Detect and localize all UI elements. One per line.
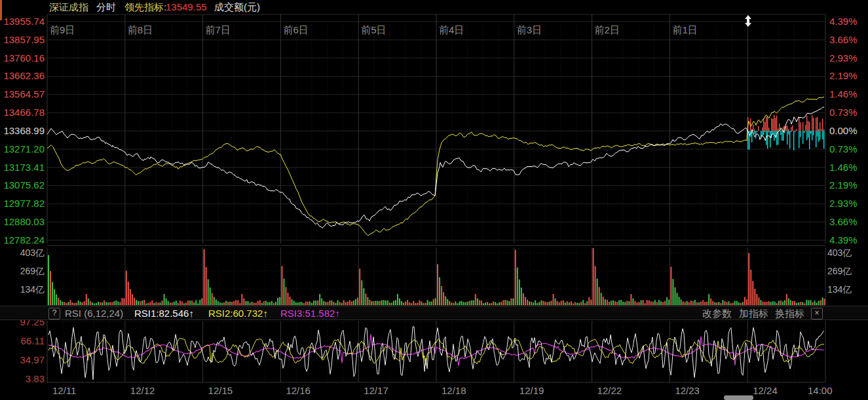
- rsi2-value: RSI2:60.732↑: [208, 308, 268, 319]
- volume-tick-left: 403亿: [0, 247, 45, 259]
- percent-tick: 3.66%: [829, 34, 858, 46]
- volume-tick-left: 269亿: [0, 265, 45, 277]
- volume-tick-right: 269亿: [827, 265, 852, 277]
- percent-tick: 4.39%: [829, 16, 858, 27]
- switch-indicator-button[interactable]: 换指标: [775, 308, 804, 319]
- add-indicator-button[interactable]: 加指标: [739, 308, 768, 319]
- date-label: 12/15: [208, 385, 233, 397]
- price-tick: 13368.99: [0, 125, 45, 137]
- day-label: 前8日: [128, 24, 153, 36]
- day-label: 前2日: [595, 24, 620, 36]
- percent-tick: 4.39%: [829, 234, 858, 246]
- time-label: 14:00: [808, 385, 833, 397]
- price-tick: 13466.78: [0, 107, 45, 118]
- date-label: 12/19: [519, 385, 544, 397]
- percent-tick: 2.19%: [829, 70, 858, 82]
- day-label: 前6日: [283, 24, 308, 36]
- view-mode-label[interactable]: 分时: [96, 1, 116, 13]
- date-label: 12/11: [52, 385, 76, 397]
- volume-tick-left: 134亿: [0, 283, 45, 295]
- resize-cursor-icon: [743, 15, 753, 27]
- percent-tick: 0.73%: [829, 107, 858, 118]
- leading-indicator-value: 13549.55: [166, 1, 207, 13]
- rsi-tick: 3.83: [0, 373, 45, 385]
- day-label: 前7日: [206, 24, 231, 36]
- price-tick: 13564.57: [0, 88, 45, 100]
- date-label: 12/16: [286, 385, 311, 397]
- rsi-tick: 34.97: [0, 354, 45, 366]
- close-indicator-button[interactable]: ×: [811, 308, 823, 319]
- price-tick: 12880.03: [0, 216, 45, 228]
- indicator-header: ? RSI (6,12,24) RSI1:82.546↑ RSI2:60.732…: [0, 306, 868, 320]
- percent-tick: 0.00%: [829, 125, 858, 137]
- rsi1-value: RSI1:82.546↑: [134, 308, 194, 319]
- percent-tick: 2.93%: [829, 52, 858, 64]
- price-tick: 13271.20: [0, 143, 45, 155]
- price-tick: 13955.74: [0, 16, 45, 27]
- percent-tick: 2.19%: [829, 179, 858, 191]
- leading-indicator-label: 领先指标:: [124, 1, 166, 13]
- rsi3-value: RSI3:51.582↑: [280, 308, 340, 319]
- grid-lines: [47, 14, 825, 382]
- price-tick: 13173.41: [0, 162, 45, 173]
- date-label: 12/22: [597, 385, 622, 397]
- change-params-button[interactable]: 改参数: [702, 308, 732, 319]
- day-label: 前3日: [517, 24, 542, 36]
- price-tick: 12977.82: [0, 198, 45, 209]
- rsi-title: RSI (6,12,24): [65, 308, 123, 319]
- date-label: 12/17: [364, 385, 388, 397]
- percent-tick: 3.66%: [829, 216, 858, 228]
- turnover-label: 成交额(元): [214, 1, 260, 13]
- percent-tick: 2.93%: [829, 198, 858, 209]
- price-tick: 13662.36: [0, 70, 45, 82]
- horizontal-scrollbar-thumb[interactable]: [724, 395, 753, 400]
- volume-tick-right: 403亿: [827, 247, 852, 259]
- day-label: 前1日: [672, 24, 697, 36]
- day-label: 前4日: [439, 24, 464, 36]
- date-label: 12/12: [130, 385, 155, 397]
- price-tick: 12782.24: [0, 234, 45, 246]
- volume-tick-right: 134亿: [827, 283, 852, 295]
- price-tick: 13760.16: [0, 52, 45, 64]
- date-label: 12/23: [675, 385, 700, 397]
- day-label: 前9日: [50, 24, 75, 36]
- percent-tick: 0.73%: [829, 143, 858, 155]
- date-label: 12/18: [442, 385, 466, 397]
- leading-indicator-line: [47, 97, 824, 236]
- chart-canvas[interactable]: [0, 0, 868, 400]
- price-tick: 13857.95: [0, 34, 45, 46]
- app-window: 深证成指 分时 领先指标: 13549.55 成交额(元) 13955.7413…: [0, 0, 868, 400]
- index-name: 深证成指: [49, 1, 88, 13]
- help-button[interactable]: ?: [48, 308, 60, 319]
- date-label: 12/24: [753, 385, 778, 397]
- rsi-tick: 66.11: [0, 335, 45, 347]
- percent-tick: 1.46%: [829, 162, 858, 173]
- day-label: 前5日: [361, 24, 386, 36]
- price-tick: 13075.62: [0, 179, 45, 191]
- percent-tick: 1.46%: [829, 88, 858, 100]
